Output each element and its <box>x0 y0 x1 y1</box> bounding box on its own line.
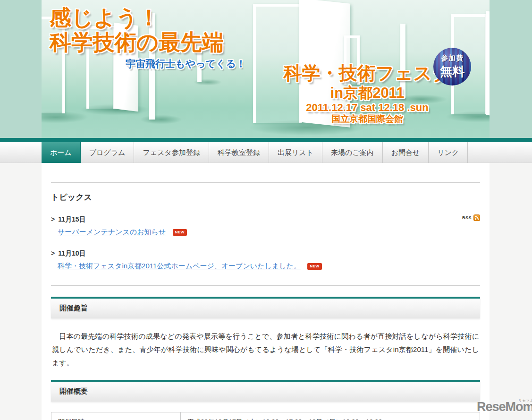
table-row: 開催日時 平成23年12月17日（土）10:00～17:00、18日（日）10:… <box>51 412 480 420</box>
watermark-ruby: リセマム <box>518 398 532 403</box>
overview-row-label: 開催日時 <box>51 412 181 420</box>
rss-label: RSS <box>462 215 472 220</box>
topic-item: >11月15日 サーバーメンテナンスのお知らせ NEW <box>51 215 480 237</box>
rss-icon <box>473 214 480 221</box>
nav-tab-science-class-registration[interactable]: 科学教室登録 <box>209 142 269 163</box>
topic-date-row: >11月15日 <box>51 215 480 224</box>
banner-catch-line2: 科学技術の最先端 <box>50 30 224 54</box>
topic-link[interactable]: 科学・技術フェスタin京都2011公式ホームページ、オープンいたしました。 <box>58 262 301 270</box>
banner-event-subtitle: in京都2011 <box>278 85 457 101</box>
resemom-watermark-logo: ReseMom. リセマム <box>477 400 532 414</box>
banner-event-title: 科学・技術フェスタ <box>278 63 457 84</box>
topic-link[interactable]: サーバーメンテナンスのお知らせ <box>58 228 166 236</box>
purpose-section-heading: 開催趣旨 <box>51 297 480 318</box>
nav-tab-visitor-guide[interactable]: 来場のご案内 <box>322 142 383 163</box>
badge-free-label: 無料 <box>440 63 464 80</box>
new-badge: NEW <box>173 229 187 236</box>
nav-tab-list: ホーム プログラム フェスタ参加登録 科学教室登録 出展リスト 来場のご案内 お… <box>42 142 532 163</box>
topic-link-row: サーバーメンテナンスのお知らせ NEW <box>58 228 480 237</box>
banner-catch-line1: 感じよう！ <box>50 6 160 30</box>
topic-link-row: 科学・技術フェスタin京都2011公式ホームページ、オープンいたしました。 NE… <box>58 262 480 271</box>
topic-date: 11月10日 <box>58 249 85 257</box>
nav-tab-exhibitor-list[interactable]: 出展リスト <box>269 142 322 163</box>
chevron-right-icon: > <box>51 249 55 257</box>
page-body: トピックス RSS >11月15日 サーバーメンテナンスのお知らせ NEW >1… <box>0 163 532 420</box>
free-admission-badge: 参加費 無料 <box>433 48 471 86</box>
badge-fee-label: 参加費 <box>441 54 464 63</box>
banner-doors-image: 感じよう！ 科学技術の最先端 宇宙飛行士もやってくる！ 科学・技術フェスタ in… <box>42 0 490 138</box>
purpose-body-text: 日本の最先端の科学技術の成果などの発表や展示等を行うことで、参加者と科学技術に関… <box>52 330 479 369</box>
overview-table: 開催日時 平成23年12月17日（土）10:00～17:00、18日（日）10:… <box>51 412 480 420</box>
topics-heading: トピックス <box>51 192 480 203</box>
overview-row-value: 平成23年12月17日（土）10:00～17:00、18日（日）10:00～16… <box>181 412 480 420</box>
main-navigation: ホーム プログラム フェスタ参加登録 科学教室登録 出展リスト 来場のご案内 お… <box>0 142 532 163</box>
nav-tab-contact[interactable]: お問合せ <box>383 142 429 163</box>
nav-tab-links[interactable]: リンク <box>429 142 468 163</box>
header-banner: 感じよう！ 科学技術の最先端 宇宙飛行士もやってくる！ 科学・技術フェスタ in… <box>0 0 532 138</box>
topic-date-row: >11月10日 <box>51 249 480 258</box>
nav-tab-program[interactable]: プログラム <box>81 142 135 163</box>
chevron-right-icon: > <box>51 215 55 223</box>
nav-tab-festa-registration[interactable]: フェスタ参加登録 <box>134 142 209 163</box>
banner-event-venue: 国立京都国際会館 <box>278 114 457 124</box>
section-divider-rule <box>51 285 480 286</box>
nav-tab-home[interactable]: ホーム <box>42 142 81 163</box>
topic-item: >11月10日 科学・技術フェスタin京都2011公式ホームページ、オープンいた… <box>51 249 480 271</box>
rss-feed-link[interactable]: RSS <box>462 214 480 221</box>
new-badge: NEW <box>307 263 321 270</box>
content-top-rule <box>51 182 480 183</box>
teal-divider-bar <box>0 138 532 142</box>
banner-sub-catch: 宇宙飛行士もやってくる！ <box>126 57 246 70</box>
topic-date: 11月15日 <box>58 215 85 223</box>
overview-section-heading: 開催概要 <box>51 380 480 402</box>
main-content-column: トピックス RSS >11月15日 サーバーメンテナンスのお知らせ NEW >1… <box>42 163 490 420</box>
banner-event-dates: 2011.12.17 sat 12.18 .sun <box>278 102 457 113</box>
